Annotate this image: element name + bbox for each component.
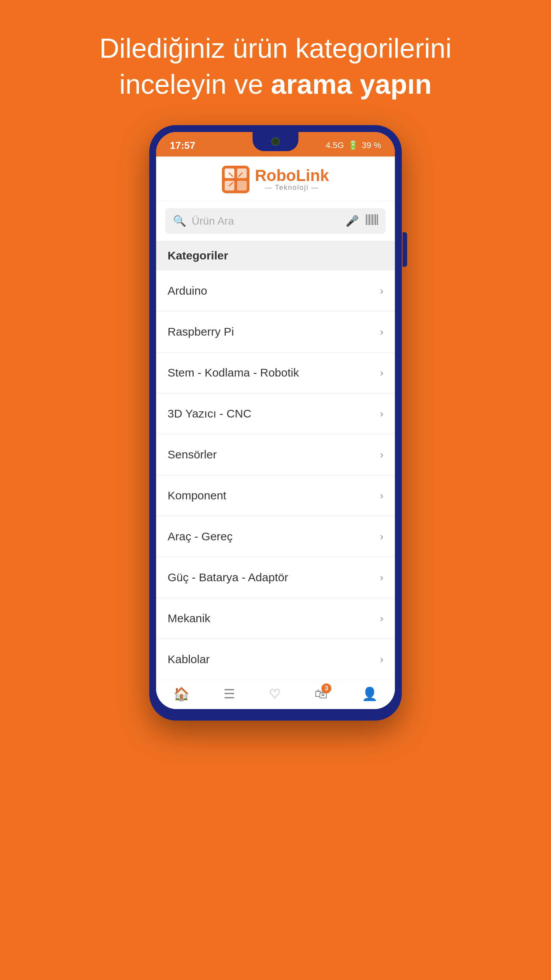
chevron-right-icon: ›	[380, 531, 383, 543]
category-item-3[interactable]: Stem - Kodlama - Robotik ›	[156, 352, 395, 393]
heading-line2: inceleyin ve	[119, 69, 271, 99]
logo-container: RoboLink — Teknoloji —	[222, 166, 329, 193]
search-input[interactable]: Ürün Ara	[192, 215, 340, 227]
category-item-9[interactable]: Mekanik ›	[156, 598, 395, 639]
chevron-right-icon: ›	[380, 285, 383, 297]
svg-rect-5	[366, 214, 367, 225]
category-label: Güç - Batarya - Adaptör	[168, 571, 288, 584]
logo-robo: Robo	[255, 166, 296, 184]
logo-main: RoboLink	[255, 168, 329, 184]
nav-item-cart[interactable]: 🛍3	[315, 686, 328, 701]
app-content: RoboLink — Teknoloji — 🔍 Ürün Ara 🎤	[156, 157, 395, 709]
chevron-right-icon: ›	[380, 613, 383, 625]
category-label: 3D Yazıcı - CNC	[168, 407, 251, 420]
category-item-6[interactable]: Komponent ›	[156, 475, 395, 516]
bottom-nav: 🏠 ☰ ♡ 🛍3 👤	[156, 680, 395, 709]
svg-rect-7	[369, 214, 370, 225]
nav-icon-categories: ☰	[223, 686, 235, 701]
chevron-right-icon: ›	[380, 408, 383, 420]
categories-title: Kategoriler	[168, 249, 383, 262]
chevron-right-icon: ›	[380, 490, 383, 502]
chevron-right-icon: ›	[380, 572, 383, 584]
svg-rect-12	[377, 214, 378, 225]
nav-item-categories[interactable]: ☰	[223, 686, 235, 701]
logo-text: RoboLink — Teknoloji —	[255, 168, 329, 192]
svg-rect-10	[374, 214, 375, 225]
svg-rect-6	[368, 214, 368, 225]
nav-item-favorites[interactable]: ♡	[269, 686, 280, 701]
battery-icon: 🔋	[348, 140, 358, 150]
search-right-icons: 🎤	[346, 214, 378, 228]
category-label: Stem - Kodlama - Robotik	[168, 366, 299, 379]
search-icon: 🔍	[173, 215, 186, 227]
category-label: Kablolar	[168, 653, 210, 666]
search-container: 🔍 Ürün Ara 🎤	[156, 201, 395, 241]
app-header: RoboLink — Teknoloji —	[156, 157, 395, 201]
categories-header: Kategoriler	[156, 241, 395, 271]
category-label: Sensörler	[168, 448, 217, 461]
category-item-8[interactable]: Güç - Batarya - Adaptör ›	[156, 557, 395, 598]
svg-rect-11	[375, 214, 376, 225]
phone-wrapper: 17:57 4.5G 🔋 39 %	[0, 125, 551, 751]
heading-line1: Dilediğiniz ürün kategorilerini	[99, 33, 452, 64]
status-time: 17:57	[170, 140, 196, 152]
chevron-right-icon: ›	[380, 367, 383, 379]
barcode-icon[interactable]	[366, 214, 378, 228]
nav-badge-cart: 3	[321, 683, 331, 693]
battery-percent: 39 %	[362, 140, 381, 150]
nav-icon-home: 🏠	[173, 686, 189, 701]
nav-icon-cart: 🛍3	[315, 686, 328, 701]
search-bar[interactable]: 🔍 Ürün Ara 🎤	[165, 208, 386, 234]
chevron-right-icon: ›	[380, 654, 383, 665]
category-item-5[interactable]: Sensörler ›	[156, 434, 395, 475]
category-item-1[interactable]: Arduino ›	[156, 271, 395, 311]
phone-screen: 17:57 4.5G 🔋 39 %	[156, 132, 395, 709]
nav-item-home[interactable]: 🏠	[173, 686, 189, 701]
svg-rect-4	[237, 181, 247, 191]
microphone-icon[interactable]: 🎤	[346, 215, 359, 227]
nav-icon-profile: 👤	[362, 686, 378, 701]
category-item-2[interactable]: Raspberry Pi ›	[156, 311, 395, 352]
svg-rect-8	[371, 214, 372, 225]
category-list: Arduino › Raspberry Pi › Stem - Kodlama …	[156, 271, 395, 680]
phone-frame: 17:57 4.5G 🔋 39 %	[149, 125, 402, 721]
page-header: Dilediğiniz ürün kategorilerini inceleyi…	[0, 0, 551, 125]
svg-rect-9	[372, 214, 373, 225]
status-right: 4.5G 🔋 39 %	[326, 140, 381, 150]
nav-item-profile[interactable]: 👤	[362, 686, 378, 701]
phone-notch	[253, 132, 298, 151]
category-label: Arduino	[168, 284, 207, 297]
logo-link: Link	[296, 166, 329, 184]
heading-bold: arama yapın	[271, 69, 432, 99]
category-label: Mekanik	[168, 612, 210, 625]
chevron-right-icon: ›	[380, 326, 383, 338]
camera-notch	[271, 137, 280, 146]
signal-icon: 4.5G	[326, 140, 344, 150]
chevron-right-icon: ›	[380, 449, 383, 461]
logo-icon	[222, 166, 249, 193]
category-item-10[interactable]: Kablolar ›	[156, 639, 395, 680]
category-item-4[interactable]: 3D Yazıcı - CNC ›	[156, 393, 395, 434]
nav-icon-favorites: ♡	[269, 686, 280, 701]
category-label: Komponent	[168, 489, 226, 502]
category-item-7[interactable]: Araç - Gereç ›	[156, 516, 395, 557]
category-label: Araç - Gereç	[168, 530, 233, 543]
category-label: Raspberry Pi	[168, 325, 234, 338]
logo-sub: — Teknoloji —	[255, 184, 329, 192]
